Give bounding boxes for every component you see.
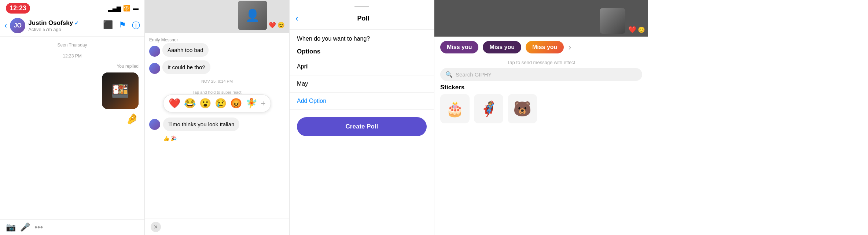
poll-panel: ‹ Poll When do you want to hang? Options… [290, 0, 434, 235]
sender-avatar-2 [149, 63, 160, 74]
more-icon[interactable]: ••• [34, 223, 43, 232]
super-react-hint: Tap and hold to super react [149, 90, 285, 94]
signal-icon: ▂▄▆ [108, 5, 121, 12]
battery-icon: ▬ [133, 5, 139, 12]
status-icons: ▂▄▆ 🛜 ▬ [108, 5, 139, 12]
search-icon: 🔍 [445, 71, 453, 78]
message-list: Emily Messner Aaahh too bad It could be … [145, 33, 289, 219]
create-poll-button[interactable]: Create Poll [297, 117, 427, 136]
profile-pic [600, 8, 625, 34]
poll-question: When do you want to hang? [290, 30, 434, 48]
timo-react-1: 👍 [163, 135, 169, 141]
sushi-image [102, 72, 139, 109]
effect-miss-you-1[interactable]: Miss you [440, 41, 478, 53]
msg-bubble-row: Aaahh too bad [149, 43, 285, 57]
contact-info: Justin Osofsky ✓ Active 57m ago [28, 19, 100, 32]
chevron-right-icon[interactable]: › [568, 42, 571, 52]
msg-bubble-row: It could be tho? [149, 60, 285, 74]
poll-option-1[interactable]: April [290, 58, 434, 75]
react-heart[interactable]: ❤️ [169, 98, 180, 109]
info-icon[interactable]: ⓘ [132, 20, 140, 31]
replied-label: You replied [6, 64, 139, 69]
stickers-row: 🎂 🦸 🐻 [434, 94, 648, 123]
flag-icon[interactable]: ⚑ [119, 20, 126, 31]
status-bar: 12:23 ▂▄▆ 🛜 ▬ [0, 0, 144, 15]
message-row [6, 72, 139, 109]
video-call-icon[interactable]: ⬛ [103, 20, 113, 31]
poll-back-button[interactable]: ‹ [295, 13, 298, 23]
message-image [102, 72, 139, 109]
react-fairy[interactable]: 🧚 [246, 98, 257, 109]
camera-icon[interactable]: 📷 [6, 223, 16, 232]
header-actions: ⬛ ⚑ ⓘ [103, 20, 140, 31]
back-button[interactable]: ‹ [4, 21, 7, 30]
emoji-reaction: 🤌 [6, 113, 139, 125]
react-angry[interactable]: 😡 [230, 98, 242, 109]
sender-name: Emily Messner [149, 37, 285, 42]
heart-icon: ❤️ [269, 22, 276, 29]
poll-title: Poll [298, 15, 428, 22]
time-label: 12:23 PM [6, 53, 139, 59]
bottom-bar: 📷 🎤 ••• [0, 219, 144, 235]
status-time: 12:23 [6, 3, 30, 14]
react-wow[interactable]: 😮 [199, 98, 211, 109]
panel2-bottom: ✕ [145, 219, 289, 235]
emoji-small: 😊 [638, 26, 645, 33]
chat-header: ‹ JO Justin Osofsky ✓ Active 57m ago ⬛ ⚑… [0, 15, 144, 37]
timo-message-row: Timo thinks you look Italian [149, 118, 285, 131]
chat-panel: 12:23 ▂▄▆ 🛜 ▬ ‹ JO Justin Osofsky ✓ Acti… [0, 0, 145, 235]
panel2-header: 👤 ❤️ 😊 [145, 0, 289, 33]
avatar: JO [10, 18, 25, 33]
timo-react-2: 🎉 [170, 135, 177, 141]
sticker-hero[interactable]: 🦸 [474, 94, 503, 123]
emoji-icon-2: 😊 [277, 22, 285, 29]
stickers-label: Stickers [434, 84, 648, 94]
conversation-panel: 👤 ❤️ 😊 Emily Messner Aaahh too bad It co… [145, 0, 290, 235]
heart-icon-2: ❤️ [628, 26, 636, 34]
effects-row: Miss you Miss you Miss you › [434, 37, 648, 58]
message-bubble-1[interactable]: Aaahh too bad [162, 43, 209, 57]
poll-header: ‹ Poll [290, 7, 434, 30]
reaction-icons: ❤️ 😊 [267, 20, 286, 30]
timestamp: NOV 25, 8:14 PM [149, 79, 285, 83]
wifi-icon: 🛜 [123, 5, 130, 12]
avatar-placeholder: JO [14, 22, 22, 29]
react-cry[interactable]: 😢 [215, 98, 227, 109]
poll-option-2[interactable]: May [290, 75, 434, 93]
sticker-cake[interactable]: 🎂 [440, 94, 470, 123]
chat-body: Seen Thursday 12:23 PM You replied 🤌 [0, 37, 144, 219]
message-bubble-2[interactable]: It could be tho? [162, 60, 210, 74]
giphy-search-bar[interactable]: 🔍 Search GIPHY [440, 68, 642, 81]
timo-bubble[interactable]: Timo thinks you look Italian [163, 118, 239, 131]
mic-icon[interactable]: 🎤 [20, 223, 30, 232]
seen-label: Seen Thursday [6, 42, 139, 48]
list-item: It could be tho? [149, 60, 285, 74]
effect-miss-you-2[interactable]: Miss you [483, 41, 521, 53]
add-option-button[interactable]: Add Option [290, 93, 434, 110]
react-more-button[interactable]: + [261, 99, 266, 108]
dismiss-button[interactable]: ✕ [151, 222, 161, 232]
contact-name: Justin Osofsky ✓ [28, 19, 100, 27]
poll-options-label: Options [290, 48, 434, 58]
contact-status: Active 57m ago [28, 27, 100, 32]
react-laugh[interactable]: 😂 [184, 98, 196, 109]
list-item: Emily Messner Aaahh too bad [149, 37, 285, 57]
timo-reactions: 👍 🎉 [163, 135, 285, 141]
effects-panel: ❤️ 😊 Miss you Miss you Miss you › Tap to… [434, 0, 648, 235]
timo-avatar [149, 119, 160, 130]
verified-icon: ✓ [74, 20, 79, 26]
sender-avatar [149, 46, 160, 57]
tap-to-send-label: Tap to send message with effect [434, 58, 648, 68]
profile-pic-top: 👤 [238, 1, 267, 30]
giphy-placeholder: Search GIPHY [456, 71, 492, 78]
effect-miss-you-3[interactable]: Miss you [526, 41, 564, 53]
sticker-bear[interactable]: 🐻 [508, 94, 537, 123]
panel4-header: ❤️ 😊 [434, 0, 648, 37]
super-react-bar: ❤️ 😂 😮 😢 😡 🧚 + [163, 94, 271, 112]
